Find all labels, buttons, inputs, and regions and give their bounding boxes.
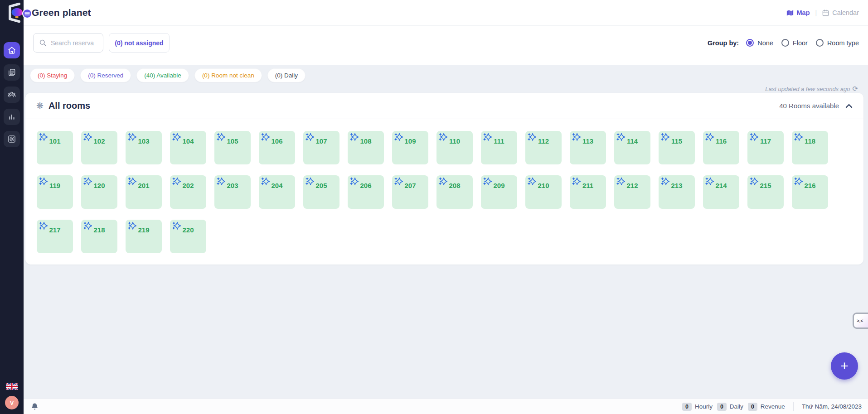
room-card-207[interactable]: 207 — [392, 175, 428, 209]
radio-icon — [781, 39, 789, 47]
room-card-110[interactable]: 110 — [436, 131, 473, 164]
room-card-203[interactable]: 203 — [214, 175, 251, 209]
room-card-210[interactable]: 210 — [525, 175, 562, 209]
room-card-112[interactable]: 112 — [525, 131, 562, 164]
room-number: 119 — [37, 182, 73, 189]
room-card-116[interactable]: 116 — [703, 131, 739, 164]
room-card-113[interactable]: 113 — [570, 131, 606, 164]
sidebar-item-reports[interactable] — [4, 109, 20, 125]
filter-chip[interactable]: (40) Available — [136, 68, 189, 82]
room-card-106[interactable]: 106 — [259, 131, 295, 164]
home-icon — [7, 46, 16, 55]
room-card-105[interactable]: 105 — [214, 131, 251, 164]
room-card-208[interactable]: 208 — [436, 175, 473, 209]
app-logo[interactable] — [3, 1, 27, 24]
sidebar-bottom: V — [5, 383, 19, 414]
room-card-217[interactable]: 217 — [37, 220, 73, 253]
map-label: Map — [797, 9, 810, 16]
calendar-label: Calendar — [832, 9, 859, 16]
notification-bell-icon[interactable] — [31, 402, 39, 411]
user-avatar[interactable]: V — [5, 396, 19, 409]
room-card-102[interactable]: 102 — [81, 131, 117, 164]
map-view-button[interactable]: Map — [786, 9, 810, 16]
stat-value-badge: 0 — [717, 403, 727, 411]
language-flag-button[interactable] — [6, 383, 18, 390]
room-number: 120 — [81, 182, 117, 189]
sidebar-item-guests[interactable] — [4, 87, 20, 103]
room-card-220[interactable]: 220 — [170, 220, 206, 253]
footer-stat-list: 0Hourly0Daily0Revenue — [682, 403, 785, 411]
room-card-209[interactable]: 209 — [481, 175, 517, 209]
room-number: 212 — [614, 182, 650, 189]
room-number: 108 — [348, 137, 384, 145]
room-card-202[interactable]: 202 — [170, 175, 206, 209]
menu-badge-icon[interactable] — [22, 9, 32, 19]
room-card-120[interactable]: 120 — [81, 175, 117, 209]
room-number: 102 — [81, 137, 117, 145]
room-card-219[interactable]: 219 — [126, 220, 162, 253]
room-card-218[interactable]: 218 — [81, 220, 117, 253]
room-number: 106 — [259, 137, 295, 145]
room-card-211[interactable]: 211 — [570, 175, 606, 209]
chevron-up-icon — [845, 104, 853, 108]
footer-stat-daily: 0Daily — [717, 403, 743, 411]
refresh-icon[interactable]: ⟳ — [852, 85, 858, 93]
sidebar: V — [0, 0, 24, 414]
group-option-room-type[interactable]: Room type — [816, 39, 859, 47]
panel-collapse-button[interactable]: 40 Rooms available — [779, 102, 853, 110]
room-card-213[interactable]: 213 — [659, 175, 695, 209]
room-number: 101 — [37, 137, 73, 145]
room-card-114[interactable]: 114 — [614, 131, 650, 164]
room-number: 214 — [703, 182, 739, 189]
room-card-101[interactable]: 101 — [37, 131, 73, 164]
sidebar-item-home[interactable] — [4, 42, 20, 58]
filter-chip[interactable]: (0) Reserved — [80, 68, 131, 82]
room-card-107[interactable]: 107 — [303, 131, 339, 164]
room-card-214[interactable]: 214 — [703, 175, 739, 209]
room-card-216[interactable]: 216 — [792, 175, 828, 209]
rooms-group-icon: ❋ — [36, 101, 44, 110]
feedback-widget[interactable]: >.< — [853, 313, 868, 329]
room-card-201[interactable]: 201 — [126, 175, 162, 209]
room-card-103[interactable]: 103 — [126, 131, 162, 164]
room-card-206[interactable]: 206 — [348, 175, 384, 209]
room-card-215[interactable]: 215 — [747, 175, 784, 209]
room-number: 110 — [436, 137, 473, 145]
room-card-204[interactable]: 204 — [259, 175, 295, 209]
room-card-118[interactable]: 118 — [792, 131, 828, 164]
group-option-label: Floor — [793, 39, 808, 47]
not-assigned-button[interactable]: (0) not assigned — [109, 33, 170, 53]
room-card-108[interactable]: 108 — [348, 131, 384, 164]
room-card-111[interactable]: 111 — [481, 131, 517, 164]
room-number: 205 — [303, 182, 339, 189]
room-card-119[interactable]: 119 — [37, 175, 73, 209]
group-option-none[interactable]: None — [746, 39, 773, 47]
room-number: 109 — [392, 137, 428, 145]
room-card-205[interactable]: 205 — [303, 175, 339, 209]
sidebar-item-settings[interactable] — [4, 131, 20, 147]
filter-chip[interactable]: (0) Room not clean — [194, 68, 262, 82]
room-number: 111 — [481, 137, 517, 145]
room-number: 203 — [214, 182, 251, 189]
room-card-104[interactable]: 104 — [170, 131, 206, 164]
room-number: 204 — [259, 182, 295, 189]
sidebar-item-reservations[interactable] — [4, 64, 20, 81]
search-input[interactable] — [51, 39, 96, 47]
add-button[interactable]: + — [831, 352, 858, 380]
filter-chip[interactable]: (0) Daily — [267, 68, 305, 82]
room-card-117[interactable]: 117 — [747, 131, 784, 164]
room-card-212[interactable]: 212 — [614, 175, 650, 209]
room-card-115[interactable]: 115 — [659, 131, 695, 164]
stat-value-badge: 0 — [748, 403, 757, 411]
settings-gear-icon — [7, 135, 16, 144]
bar-chart-icon — [7, 112, 16, 121]
footer-stat-hourly: 0Hourly — [682, 403, 713, 411]
status-chips: (0) Staying(0) Reserved(40) Available(0)… — [30, 68, 868, 82]
calendar-view-button[interactable]: Calendar — [822, 9, 859, 16]
room-number: 105 — [214, 137, 251, 145]
room-number: 220 — [170, 226, 206, 234]
room-card-109[interactable]: 109 — [392, 131, 428, 164]
room-number: 213 — [659, 182, 695, 189]
group-option-floor[interactable]: Floor — [781, 39, 808, 47]
filter-chip[interactable]: (0) Staying — [30, 68, 75, 82]
